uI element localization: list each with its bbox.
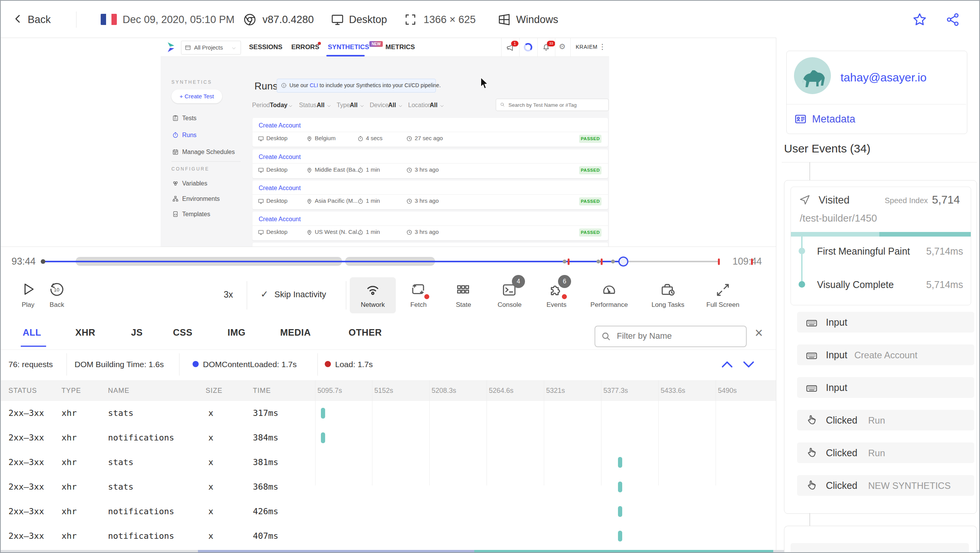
- runs-search-input[interactable]: [508, 100, 605, 109]
- run-location: Middle East (Ba...: [315, 166, 360, 173]
- col-time: TIME: [253, 380, 271, 401]
- filter-type-value[interactable]: All: [350, 102, 357, 109]
- clock-icon: [406, 167, 412, 173]
- app-tab-sessions[interactable]: SESSIONS: [249, 43, 282, 51]
- filter-period-label: Period: [252, 102, 270, 109]
- play-icon[interactable]: [20, 281, 36, 297]
- row-type: xhr: [61, 475, 77, 499]
- run-card[interactable]: Create Account Desktop Belgium 4 secs 27…: [252, 118, 608, 147]
- filter-by-name-input[interactable]: [616, 329, 741, 343]
- chevron-down-icon: [360, 104, 364, 108]
- network-row[interactable]: 2xx–3xx xhr stats x 317ms: [1, 401, 776, 426]
- jump-up-icon[interactable]: [720, 359, 734, 369]
- kebab-menu-icon[interactable]: ⋮: [599, 42, 606, 51]
- network-row[interactable]: 2xx–3xx xhr notifications x 426ms: [1, 499, 776, 524]
- network-tab-all[interactable]: ALL: [23, 327, 41, 338]
- run-card[interactable]: Create Account Desktop Asia Pacific (M..…: [252, 180, 608, 209]
- full-screen-icon[interactable]: [715, 282, 731, 298]
- run-device: Desktop: [266, 228, 287, 235]
- cli-link[interactable]: CLI: [310, 82, 318, 88]
- run-status-badge: PASSED: [579, 166, 601, 174]
- network-row[interactable]: 2xx–3xx xhr stats x 368ms: [1, 475, 776, 499]
- timeline-track-remaining[interactable]: [623, 261, 719, 262]
- run-title-link[interactable]: Create Account: [259, 216, 301, 223]
- network-tab-img[interactable]: IMG: [228, 327, 246, 338]
- network-row[interactable]: 2xx–3xx xhr notifications x 384ms: [1, 426, 776, 450]
- filter-box[interactable]: [595, 326, 747, 347]
- network-tab-js[interactable]: JS: [131, 327, 143, 338]
- playback-speed-button[interactable]: 3x: [224, 290, 233, 300]
- axis-tick: 5433.6s: [661, 380, 685, 401]
- jump-down-icon[interactable]: [742, 359, 756, 369]
- gear-icon[interactable]: ⚙: [559, 42, 566, 51]
- event-row-input[interactable]: Input: [797, 312, 974, 333]
- run-title-link[interactable]: Create Account: [259, 154, 301, 161]
- network-tab-css[interactable]: CSS: [173, 327, 193, 338]
- run-card[interactable]: Create Account Desktop Canada (Central) …: [252, 243, 608, 247]
- event-dot[interactable]: [596, 260, 600, 263]
- event-row-input[interactable]: Input: [797, 377, 974, 398]
- event-row-input[interactable]: Input Create Account: [797, 344, 974, 365]
- network-row[interactable]: 2xx–3xx xhr stats x 381ms: [1, 450, 776, 475]
- resolution-label: 1366 × 625: [424, 14, 476, 26]
- state-icon[interactable]: [455, 282, 471, 297]
- error-marker[interactable]: [718, 258, 720, 265]
- share-icon[interactable]: [945, 12, 960, 27]
- state-label: State: [456, 301, 471, 309]
- row-size: x: [208, 524, 213, 548]
- run-card[interactable]: Create Account Desktop US West (N. Cal..…: [252, 212, 608, 240]
- timeline-progress[interactable]: [43, 261, 623, 262]
- new-badge: NEW: [369, 41, 383, 47]
- event-type: Input: [826, 382, 847, 393]
- filter-period-value[interactable]: Today: [270, 102, 287, 109]
- app-tab-metrics[interactable]: METRICS: [385, 43, 415, 51]
- skip-back-seconds: 10: [54, 287, 59, 293]
- fetch-icon[interactable]: [410, 281, 426, 297]
- keyboard-icon: [806, 349, 818, 362]
- network-tab-xhr[interactable]: XHR: [75, 327, 95, 338]
- error-marker[interactable]: [568, 258, 570, 265]
- duration-icon: [357, 136, 364, 142]
- run-device: Desktop: [266, 135, 287, 141]
- project-selector[interactable]: All Projects: [181, 41, 241, 55]
- user-email-link[interactable]: tahay@asayer.io: [840, 71, 927, 84]
- favorite-star-icon[interactable]: [912, 12, 927, 27]
- metadata-button[interactable]: Metadata: [812, 113, 855, 125]
- info-icon: [281, 83, 287, 88]
- skip-inactivity-toggle[interactable]: Skip Inactivity: [274, 290, 326, 300]
- app-tab-errors[interactable]: ERRORS: [291, 43, 319, 51]
- filter-status-value[interactable]: All: [317, 102, 324, 109]
- playhead[interactable]: [618, 257, 628, 267]
- event-row-clicked[interactable]: Clicked Run: [797, 410, 974, 430]
- app-tab-synthetics[interactable]: SYNTHETICS: [328, 43, 369, 51]
- network-tab-media[interactable]: MEDIA: [280, 327, 311, 338]
- run-duration: 4 secs: [366, 135, 382, 141]
- event-dot[interactable]: [563, 260, 566, 263]
- run-title-link[interactable]: Create Account: [259, 122, 301, 129]
- events-count-badge: 6: [558, 275, 571, 288]
- axis-tick: 5490s: [718, 380, 737, 401]
- error-marker[interactable]: [601, 258, 603, 265]
- run-title-link[interactable]: Create Account: [259, 185, 301, 192]
- close-panel-icon[interactable]: ×: [755, 325, 763, 341]
- run-card[interactable]: Create Account Desktop Middle East (Ba..…: [252, 149, 608, 178]
- long-tasks-icon[interactable]: [660, 282, 676, 298]
- event-row-clicked[interactable]: Clicked Run: [797, 442, 974, 463]
- performance-icon[interactable]: [601, 282, 617, 298]
- network-icon[interactable]: [364, 281, 381, 298]
- network-row[interactable]: 2xx–3xx xhr notifications x 407ms: [1, 524, 776, 548]
- back-button[interactable]: Back: [28, 14, 51, 26]
- error-marker[interactable]: [751, 258, 753, 265]
- user-menu[interactable]: KRAIEM: [576, 44, 598, 50]
- event-detail: Run: [868, 448, 885, 459]
- filter-location-value[interactable]: All: [430, 102, 437, 109]
- runs-search-box[interactable]: [496, 99, 609, 111]
- event-dot[interactable]: [611, 260, 615, 263]
- chevron-left-icon[interactable]: [12, 13, 24, 25]
- next-events-card: [784, 526, 977, 553]
- visited-card[interactable]: Visited Speed Index 5,714 /test-builder/…: [791, 187, 971, 305]
- network-tab-other[interactable]: OTHER: [349, 327, 382, 338]
- event-row-clicked[interactable]: Clicked NEW SYNTHETICS: [797, 475, 974, 496]
- speed-index-value: 5,714: [932, 194, 960, 206]
- filter-device-value[interactable]: All: [388, 102, 396, 109]
